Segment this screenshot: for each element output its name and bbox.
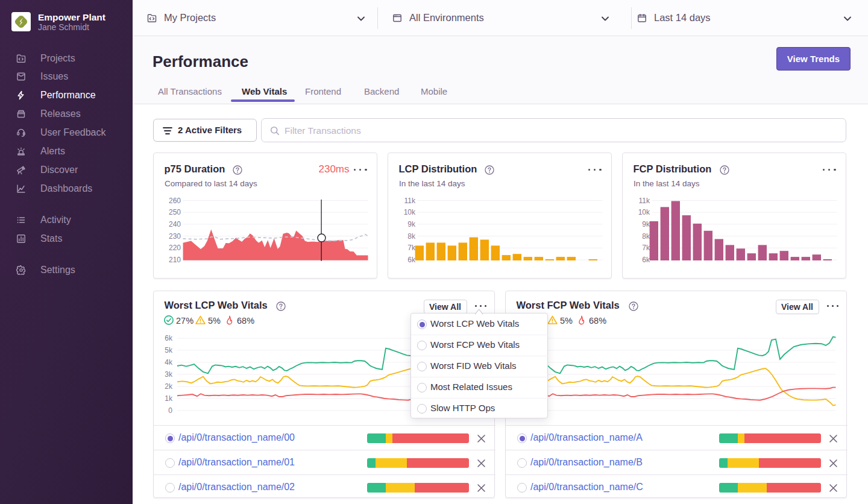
svg-text:210: 210 (169, 256, 181, 264)
svg-text:260: 260 (169, 197, 181, 205)
svg-text:6k: 6k (642, 256, 650, 264)
svg-text:0: 0 (168, 406, 172, 415)
svg-text:6k: 6k (407, 256, 416, 264)
svg-text:10k: 10k (638, 208, 650, 216)
svg-text:2k: 2k (165, 382, 173, 391)
svg-text:230: 230 (169, 232, 181, 241)
svg-text:4k: 4k (165, 358, 173, 367)
svg-text:8k: 8k (642, 232, 650, 241)
svg-text:9k: 9k (407, 220, 416, 228)
svg-text:10k: 10k (404, 208, 416, 216)
svg-text:240: 240 (169, 220, 181, 228)
svg-text:6k: 6k (165, 334, 173, 342)
svg-text:1k: 1k (165, 394, 173, 403)
svg-text:250: 250 (169, 208, 181, 216)
svg-text:3k: 3k (165, 370, 173, 379)
svg-text:7k: 7k (407, 244, 416, 252)
svg-text:9k: 9k (642, 220, 650, 228)
svg-text:8k: 8k (407, 232, 416, 241)
svg-text:11k: 11k (639, 197, 650, 205)
svg-text:220: 220 (169, 244, 181, 252)
svg-text:11k: 11k (404, 197, 416, 205)
svg-text:7k: 7k (642, 244, 650, 252)
svg-text:5k: 5k (165, 346, 173, 354)
